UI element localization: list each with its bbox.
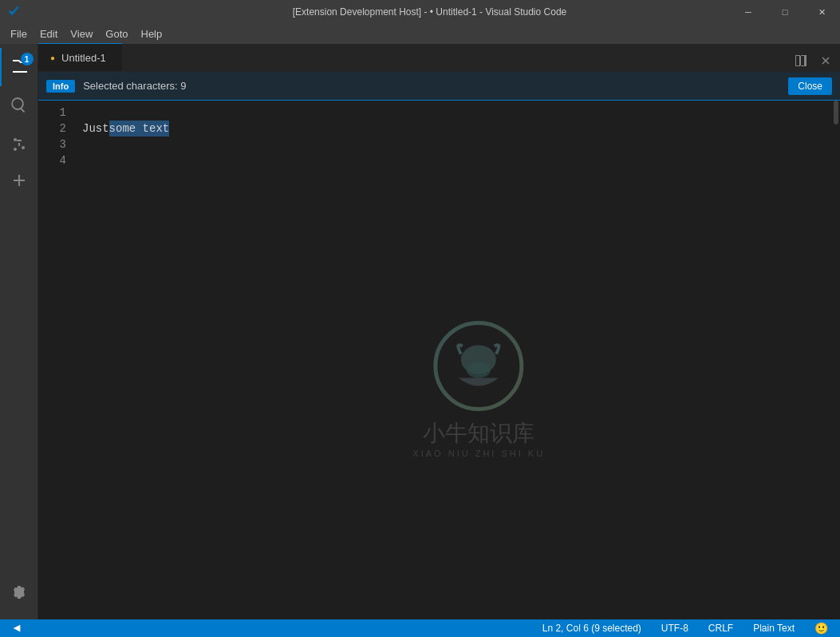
menu-file[interactable]: File bbox=[4, 26, 34, 42]
notification-message: Selected characters: 9 bbox=[83, 80, 788, 92]
minimize-button[interactable]: ─ bbox=[730, 0, 767, 24]
status-bar-right: Ln 2, Col 6 (9 selected) UTF-8 CRLF Plai… bbox=[538, 619, 832, 637]
code-line-1 bbox=[82, 105, 829, 121]
code-line-3 bbox=[82, 136, 829, 152]
tab-right-icons bbox=[791, 50, 840, 71]
editor-area: ● Untitled-1 Info Selected characters bbox=[38, 44, 840, 619]
status-bar: Ln 2, Col 6 (9 selected) UTF-8 CRLF Plai… bbox=[0, 619, 840, 637]
cursor-position[interactable]: Ln 2, Col 6 (9 selected) bbox=[538, 619, 645, 637]
selected-text: some text bbox=[109, 121, 170, 136]
code-line-2: Just some text bbox=[82, 121, 829, 136]
notification-badge: Info bbox=[46, 80, 75, 93]
line-numbers: 1 2 3 4 bbox=[38, 101, 78, 619]
code-line-4 bbox=[82, 152, 829, 168]
code-area[interactable]: Just some text bbox=[78, 101, 829, 619]
close-tab-button[interactable] bbox=[815, 50, 836, 71]
remote-icon[interactable] bbox=[8, 619, 26, 637]
status-bar-left bbox=[8, 619, 26, 637]
activity-bar-bottom bbox=[0, 573, 38, 611]
maximize-button[interactable]: □ bbox=[767, 0, 803, 24]
notification-bar: Info Selected characters: 9 Close bbox=[38, 72, 840, 101]
search-activity-icon[interactable] bbox=[0, 86, 38, 125]
code-before-selection: Just bbox=[82, 121, 109, 136]
source-control-icon[interactable] bbox=[0, 125, 38, 163]
encoding-indicator[interactable]: UTF-8 bbox=[657, 619, 692, 637]
settings-icon[interactable] bbox=[0, 573, 38, 611]
main-layout: 1 ● bbox=[0, 44, 840, 619]
scrollbar-thumb bbox=[834, 101, 838, 125]
tab-label: Untitled-1 bbox=[61, 52, 106, 64]
tab-untitled-1[interactable]: ● Untitled-1 bbox=[38, 43, 123, 71]
menu-bar: File Edit View Goto Help bbox=[0, 24, 840, 44]
editor-content[interactable]: 1 2 3 4 Just some text bbox=[38, 101, 840, 619]
tab-bar: ● Untitled-1 bbox=[38, 44, 840, 72]
window-controls: ─ □ ✕ bbox=[730, 0, 840, 24]
tab-modified-dot: ● bbox=[50, 53, 55, 62]
extensions-icon[interactable] bbox=[0, 163, 38, 201]
title-bar: [Extension Development Host] - • Untitle… bbox=[0, 0, 840, 24]
close-button[interactable]: ✕ bbox=[803, 0, 840, 24]
split-editor-button[interactable] bbox=[791, 50, 811, 71]
menu-view[interactable]: View bbox=[64, 26, 99, 42]
explorer-badge: 1 bbox=[21, 53, 34, 65]
activity-bar: 1 bbox=[0, 44, 38, 619]
scrollbar[interactable] bbox=[829, 101, 840, 619]
menu-help[interactable]: Help bbox=[135, 26, 169, 42]
notification-close-button[interactable]: Close bbox=[788, 77, 832, 95]
language-indicator[interactable]: Plain Text bbox=[749, 619, 799, 637]
feedback-emoji[interactable]: 🙂 bbox=[810, 619, 832, 637]
explorer-icon[interactable]: 1 bbox=[0, 48, 38, 86]
window-title: [Extension Development Host] - • Untitle… bbox=[27, 6, 832, 18]
line-ending-indicator[interactable]: CRLF bbox=[704, 619, 737, 637]
vscode-icon bbox=[8, 6, 21, 18]
menu-edit[interactable]: Edit bbox=[34, 26, 64, 42]
menu-goto[interactable]: Goto bbox=[99, 26, 134, 42]
